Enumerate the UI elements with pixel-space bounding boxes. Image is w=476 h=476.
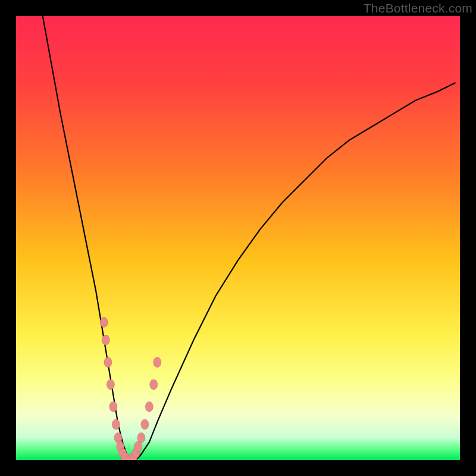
curve-marker — [154, 357, 161, 367]
curve-marker — [100, 317, 108, 327]
curve-marker — [112, 419, 120, 430]
curve-marker — [137, 433, 145, 443]
curve-marker — [134, 441, 142, 452]
bottleneck-chart — [16, 16, 460, 460]
curve-marker — [150, 380, 158, 390]
watermark-text: TheBottleneck.com — [364, 1, 472, 15]
curve-marker — [104, 357, 112, 367]
curve-marker — [109, 402, 117, 412]
curve-marker — [114, 433, 122, 443]
curve-marker — [102, 335, 109, 345]
gradient-background — [16, 16, 460, 460]
curve-marker — [141, 419, 149, 430]
curve-marker — [145, 402, 153, 412]
curve-marker — [107, 380, 114, 390]
plot-frame — [16, 16, 460, 460]
